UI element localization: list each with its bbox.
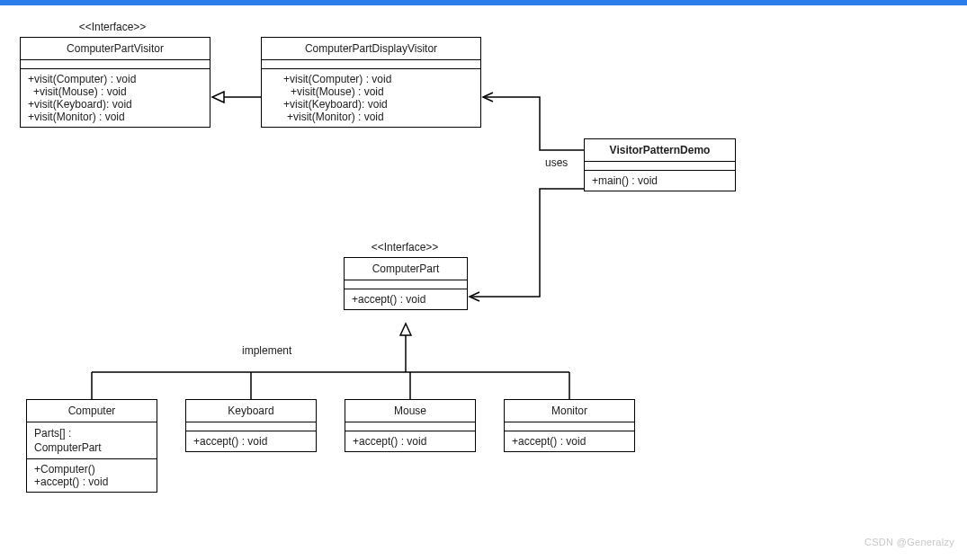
class-methods: +visit(Computer) : void +visit(Mouse) : … <box>21 68 210 127</box>
class-computerpart: ComputerPart +accept() : void <box>344 257 468 310</box>
class-attrs: Parts[] :ComputerPart <box>27 422 157 458</box>
class-title: VisitorPatternDemo <box>585 139 735 161</box>
class-title: ComputerPart <box>345 258 467 280</box>
attr: Parts[] :ComputerPart <box>34 426 149 455</box>
method: +accept() : void <box>353 435 468 448</box>
class-methods: +accept() : void <box>505 431 634 451</box>
top-accent-bar <box>0 0 967 5</box>
method: +main() : void <box>592 174 728 187</box>
class-attrs-empty <box>505 422 634 431</box>
method: +visit(Keyboard): void <box>28 98 202 111</box>
method: +Computer() <box>34 463 149 476</box>
class-attrs-empty <box>21 59 210 68</box>
class-title: Keyboard <box>186 400 316 422</box>
class-methods: +accept() : void <box>345 289 467 309</box>
watermark: CSDN @Generalzy <box>864 537 954 547</box>
class-methods: +Computer() +accept() : void <box>27 458 157 492</box>
class-title: ComputerPartVisitor <box>21 38 210 59</box>
method: +visit(Computer) : void <box>283 73 473 85</box>
class-methods: +accept() : void <box>186 431 316 451</box>
class-computerpartvisitor: ComputerPartVisitor +visit(Computer) : v… <box>20 37 210 128</box>
class-title: ComputerPartDisplayVisitor <box>262 38 480 59</box>
method: +visit(Monitor) : void <box>28 111 202 123</box>
class-attrs-empty <box>262 59 480 68</box>
class-monitor: Monitor +accept() : void <box>504 399 635 452</box>
method: +accept() : void <box>193 435 309 448</box>
method: +visit(Keyboard): void <box>283 98 473 111</box>
class-methods: +visit(Computer) : void +visit(Mouse) : … <box>262 68 480 127</box>
class-title: Mouse <box>345 400 475 422</box>
method: +visit(Computer) : void <box>28 73 202 85</box>
class-computerpartdisplayvisitor: ComputerPartDisplayVisitor +visit(Comput… <box>261 37 481 128</box>
class-attrs-empty <box>585 161 735 170</box>
method: +accept() : void <box>352 293 460 306</box>
relation-label-uses: uses <box>545 156 568 169</box>
class-mouse: Mouse +accept() : void <box>345 399 476 452</box>
class-visitorpatterndemo: VisitorPatternDemo +main() : void <box>584 138 736 191</box>
class-attrs-empty <box>186 422 316 431</box>
stereotype-visitor-interface: <<Interface>> <box>40 21 184 33</box>
method: +accept() : void <box>512 435 627 448</box>
class-computer: Computer Parts[] :ComputerPart +Computer… <box>26 399 157 493</box>
method: +accept() : void <box>34 476 149 488</box>
method: +visit(Monitor) : void <box>283 111 473 123</box>
relation-label-implement: implement <box>242 344 291 357</box>
method: +visit(Mouse) : void <box>283 85 473 98</box>
class-methods: +main() : void <box>585 170 735 191</box>
class-title: Monitor <box>505 400 634 422</box>
class-attrs-empty <box>345 422 475 431</box>
stereotype-part-interface: <<Interface>> <box>342 241 468 253</box>
method: +visit(Mouse) : void <box>28 85 202 98</box>
class-keyboard: Keyboard +accept() : void <box>185 399 317 452</box>
class-methods: +accept() : void <box>345 431 475 451</box>
class-title: Computer <box>27 400 157 422</box>
class-attrs-empty <box>345 280 467 289</box>
